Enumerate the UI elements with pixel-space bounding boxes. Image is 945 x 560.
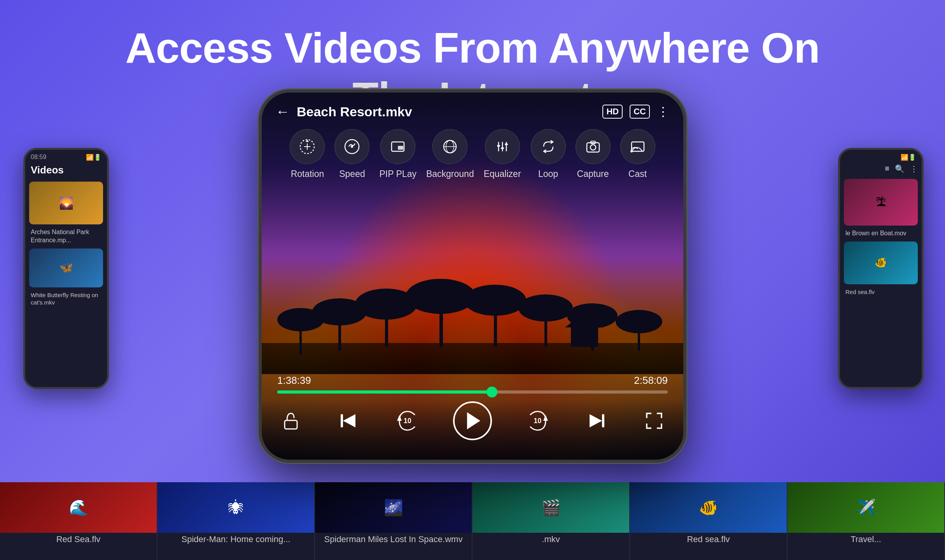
svg-marker-46 <box>590 414 602 427</box>
svg-point-23 <box>351 145 353 148</box>
left-phone: 08:59 📶🔋 Videos 🌄 Arches National Park E… <box>23 148 109 389</box>
ctrl-background[interactable]: Background <box>426 129 474 179</box>
svg-marker-44 <box>467 412 480 429</box>
filmstrip-label: .mkv <box>472 533 629 546</box>
filmstrip-thumb: 🐠 <box>630 482 787 533</box>
rotation-icon <box>290 129 325 164</box>
next-button[interactable] <box>583 407 611 434</box>
svg-rect-25 <box>398 146 403 150</box>
hd-badge: HD <box>602 105 623 119</box>
right-phone-icons: ≡ 🔍 ⋮ <box>840 161 922 177</box>
time-row: 1:38:39 2:58:09 <box>277 374 668 387</box>
filmstrip-thumb: 🌊 <box>0 482 157 533</box>
svg-marker-41 <box>343 414 355 427</box>
svg-rect-34 <box>505 144 508 145</box>
play-button[interactable] <box>453 401 492 440</box>
rewind-button[interactable]: 10 <box>392 405 423 436</box>
lock-button[interactable] <box>277 407 304 434</box>
filmstrip-item[interactable]: 🎬 .mkv <box>472 482 630 560</box>
fullscreen-button[interactable] <box>640 407 668 434</box>
equalizer-label: Equalizer <box>484 169 521 179</box>
filmstrip-item[interactable]: 🕷 Spider-Man: Home coming... <box>158 482 315 560</box>
filmstrip-label: Spider-Man: Home coming... <box>158 533 314 546</box>
filmstrip: 🌊 Red Sea.flv 🕷 Spider-Man: Home coming.… <box>0 482 945 560</box>
svg-rect-2 <box>299 320 302 355</box>
video-title: Beach Resort.mkv <box>297 104 602 119</box>
progress-thumb[interactable] <box>486 387 497 397</box>
svg-rect-32 <box>501 147 504 149</box>
cast-icon <box>620 129 655 164</box>
rotation-label: Rotation <box>291 169 324 179</box>
svg-rect-30 <box>497 145 500 147</box>
svg-rect-40 <box>285 420 297 429</box>
svg-rect-35 <box>587 143 599 152</box>
top-icons: HD CC ⋮ <box>602 104 669 119</box>
svg-rect-18 <box>571 327 598 347</box>
filmstrip-label: Spiderman Miles Lost In Space.wmv <box>315 533 472 546</box>
right-phone-status: 📶🔋 <box>840 150 922 161</box>
ctrl-cast[interactable]: Cast <box>620 129 655 179</box>
filmstrip-label: Travel... <box>788 533 944 546</box>
more-menu-button[interactable]: ⋮ <box>657 104 669 119</box>
svg-rect-42 <box>341 414 343 427</box>
back-button[interactable]: ← <box>276 103 290 120</box>
background-label: Background <box>426 169 474 179</box>
right-thumb-1: 🏝 <box>844 179 918 226</box>
filmstrip-thumb: ✈️ <box>788 482 944 533</box>
progress-fill <box>277 390 492 394</box>
svg-rect-47 <box>602 414 604 427</box>
right-phone: 📶🔋 ≡ 🔍 ⋮ 🏝 le Brown en Boat.mov 🐠 Red se… <box>838 148 924 389</box>
ctrl-speed[interactable]: Speed <box>334 129 369 179</box>
loop-label: Loop <box>538 169 558 179</box>
ctrl-loop[interactable]: Loop <box>531 129 566 179</box>
filmstrip-item[interactable]: 🌊 Red Sea.flv <box>0 482 158 560</box>
playback-controls: 10 10 <box>277 401 668 440</box>
equalizer-icon <box>485 129 520 164</box>
svg-rect-16 <box>638 322 640 351</box>
ctrl-rotation[interactable]: Rotation <box>290 129 325 179</box>
video-player: ← Beach Resort.mkv HD CC ⋮ <box>262 93 683 460</box>
time-total: 2:58:09 <box>634 374 668 387</box>
speed-label: Speed <box>339 169 365 179</box>
capture-icon <box>576 129 611 164</box>
loop-icon <box>531 129 566 164</box>
time-current: 1:38:39 <box>277 374 311 387</box>
filmstrip-label: Red sea.flv <box>630 533 787 546</box>
svg-marker-45 <box>543 415 548 421</box>
left-phone-status: 08:59 📶🔋 <box>25 150 107 161</box>
svg-rect-8 <box>439 296 443 347</box>
left-thumb-1: 🌄 <box>29 182 103 224</box>
svg-rect-10 <box>494 300 497 347</box>
svg-rect-6 <box>385 304 388 347</box>
left-phone-title: Videos <box>25 161 107 179</box>
ctrl-pip[interactable]: PIP PLay <box>379 129 416 179</box>
filmstrip-label: Red Sea.flv <box>0 533 157 546</box>
ctrl-capture[interactable]: Capture <box>576 129 611 179</box>
phone-frame: ← Beach Resort.mkv HD CC ⋮ <box>259 89 686 463</box>
player-top-bar: ← Beach Resort.mkv HD CC ⋮ <box>262 93 683 120</box>
speed-icon <box>334 129 369 164</box>
filmstrip-item[interactable]: ✈️ Travel... <box>788 482 945 560</box>
pip-label: PIP PLay <box>379 169 416 179</box>
main-phone: ← Beach Resort.mkv HD CC ⋮ <box>259 89 686 463</box>
palm-silhouettes <box>262 250 683 374</box>
cc-badge: CC <box>630 105 650 119</box>
filmstrip-item[interactable]: 🌌 Spiderman Miles Lost In Space.wmv <box>315 482 472 560</box>
prev-button[interactable] <box>334 407 362 434</box>
svg-rect-12 <box>544 308 547 347</box>
svg-point-36 <box>590 145 596 150</box>
ctrl-equalizer[interactable]: Equalizer <box>484 129 521 179</box>
cast-label: Cast <box>628 169 647 179</box>
background-icon <box>432 129 467 164</box>
filmstrip-item[interactable]: 🐠 Red sea.flv <box>630 482 788 560</box>
pip-icon <box>380 129 415 164</box>
svg-marker-43 <box>397 415 402 421</box>
capture-label: Capture <box>577 169 609 179</box>
controls-row: Rotation Speed <box>262 120 683 179</box>
progress-bar[interactable] <box>277 390 668 394</box>
svg-rect-4 <box>338 312 341 351</box>
left-video-label-1: Arches National Park Entrance.mp... <box>25 227 107 246</box>
right-video-label-1: le Brown en Boat.mov <box>840 228 922 239</box>
forward-button[interactable]: 10 <box>522 405 553 436</box>
filmstrip-thumb: 🎬 <box>472 482 629 533</box>
